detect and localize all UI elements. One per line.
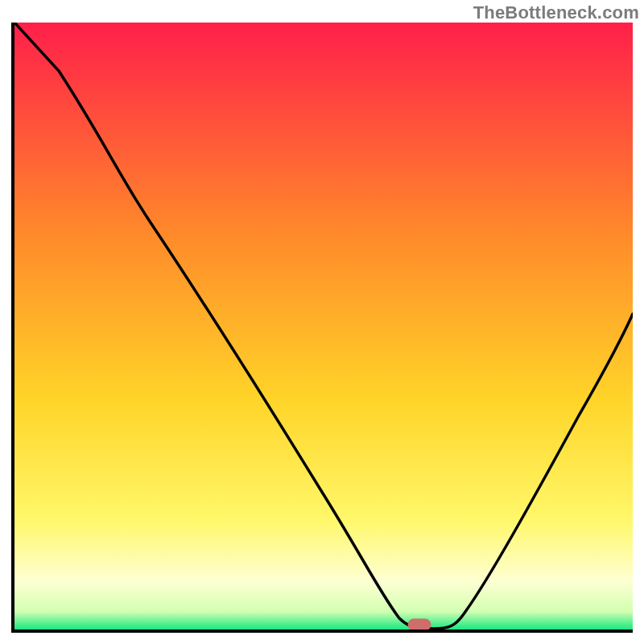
curve-path xyxy=(14,23,633,629)
chart-container: TheBottleneck.com xyxy=(0,0,644,644)
plot-area xyxy=(11,23,633,633)
bottleneck-curve xyxy=(14,23,633,630)
watermark-text: TheBottleneck.com xyxy=(473,2,639,23)
optimal-point-marker xyxy=(408,618,431,630)
